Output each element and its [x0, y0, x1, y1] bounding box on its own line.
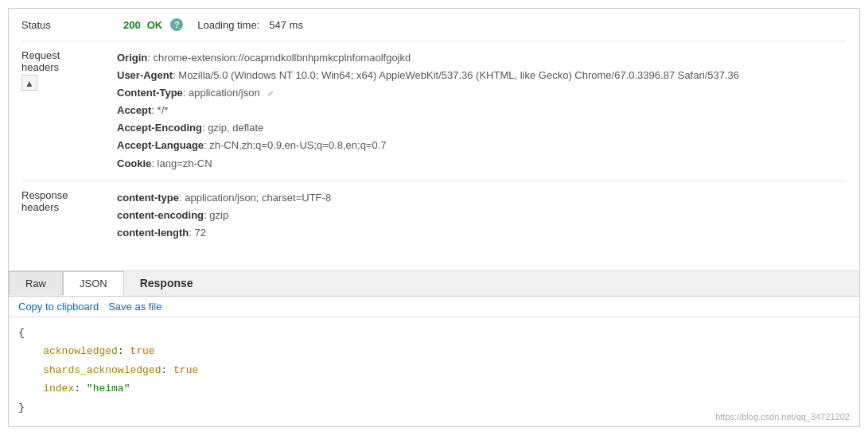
status-ok: OK [147, 19, 163, 31]
edit-icon[interactable] [266, 89, 275, 99]
tabs-area: Raw JSON Response Copy to clipboard Save… [9, 270, 859, 423]
request-header-user-agent: User-Agent: Mozilla/5.0 (Windows NT 10.0… [117, 67, 847, 84]
code-line-index: index: "heima" [18, 379, 850, 398]
header-key-accept: Accept [117, 104, 151, 116]
tab-json[interactable]: JSON [63, 271, 124, 296]
response-header-content-length: content-length: 72 [117, 224, 847, 242]
save-as-file-button[interactable]: Save as file [108, 301, 162, 313]
code-key-index: index [43, 383, 74, 394]
response-headers-content: content-type: application/json; charset=… [117, 189, 847, 242]
code-line-shards: shards_acknowledged: true [18, 361, 850, 379]
request-header-accept: Accept: */* [117, 102, 847, 119]
response-header-content-encoding: content-encoding: gzip [117, 207, 847, 224]
code-val-acknowledged: true [130, 345, 154, 357]
header-key-al: Accept-Language [117, 139, 204, 151]
header-key-ae: Accept-Encoding [117, 122, 202, 134]
header-key-ua: User-Agent [117, 69, 173, 81]
header-key-ct: Content-Type [117, 87, 183, 99]
status-code: 200 [123, 19, 141, 31]
code-open-brace: { [18, 324, 850, 342]
tab-raw[interactable]: Raw [9, 271, 63, 295]
resp-header-key-cl: content-length [117, 227, 189, 239]
status-section: Status 200 OK ? Loading time: 547 ms [9, 9, 859, 41]
loading-value: 547 ms [269, 19, 303, 31]
request-header-origin: Origin: chrome-extension://ocapmdkollbnh… [117, 49, 847, 67]
request-headers-label-area: Request headers ▲ [21, 49, 117, 173]
main-container: Status 200 OK ? Loading time: 547 ms Req… [8, 8, 860, 427]
request-header-cookie: Cookie: lang=zh-CN [117, 155, 847, 173]
info-icon[interactable]: ? [170, 18, 183, 31]
code-key-shards: shards_acknowledged [43, 364, 161, 376]
watermark: https://blog.csdn.net/qq_34721202 [715, 412, 850, 421]
resp-header-key-ct: content-type [117, 192, 179, 204]
collapse-button[interactable]: ▲ [21, 75, 37, 91]
request-headers-section: Request headers ▲ Origin: chrome-extensi… [9, 41, 859, 181]
response-header-content-type: content-type: application/json; charset=… [117, 189, 847, 207]
response-headers-label-area: Response headers [21, 189, 117, 242]
header-key-cookie: Cookie [117, 157, 151, 169]
code-area: { acknowledged: true shards_acknowledged… [9, 317, 859, 423]
code-val-shards: true [173, 364, 198, 376]
request-header-accept-encoding: Accept-Encoding: gzip, deflate [117, 119, 847, 137]
tabs-row: Raw JSON Response [9, 271, 859, 297]
resp-header-key-ce: content-encoding [117, 209, 204, 221]
loading-label: Loading time: [197, 19, 259, 31]
request-header-accept-language: Accept-Language: zh-CN,zh;q=0.9,en-US;q=… [117, 137, 847, 154]
code-val-index: "heima" [87, 383, 130, 394]
code-line-acknowledged: acknowledged: true [18, 342, 850, 360]
header-key-origin: Origin [117, 52, 147, 64]
copy-to-clipboard-button[interactable]: Copy to clipboard [18, 301, 99, 313]
code-key-acknowledged: acknowledged [43, 345, 118, 357]
request-header-content-type: Content-Type: application/json [117, 84, 847, 102]
response-headers-label: Response headers [21, 189, 68, 213]
request-headers-content: Origin: chrome-extension://ocapmdkollbnh… [117, 49, 847, 173]
response-headers-section: Response headers content-type: applicati… [9, 181, 859, 254]
toolbar: Copy to clipboard Save as file [9, 297, 859, 317]
status-label: Status [21, 19, 117, 31]
tab-response: Response [124, 271, 209, 295]
request-headers-label: Request headers [21, 49, 60, 73]
